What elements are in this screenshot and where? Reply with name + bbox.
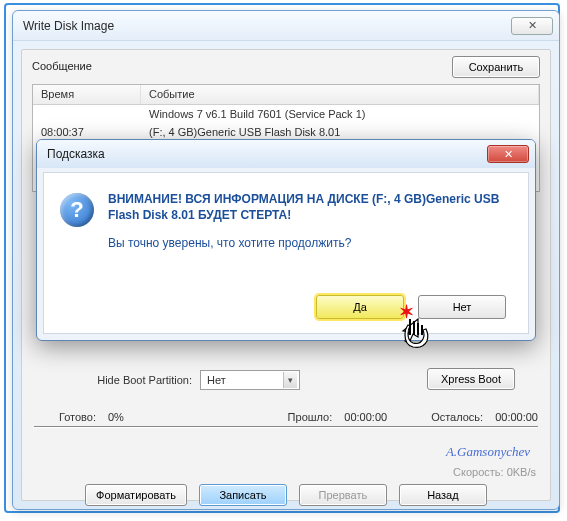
remain-value: 00:00:00 — [495, 411, 538, 423]
ready-pct: 0% — [108, 411, 124, 423]
bottom-buttons: Форматировать Записать Прервать Назад — [22, 484, 550, 506]
message-label: Сообщение — [32, 60, 92, 72]
dialog-close-button[interactable]: ✕ — [487, 145, 529, 163]
dialog-body: ? ВНИМАНИЕ! ВСЯ ИНФОРМАЦИЯ НА ДИСКЕ (F:,… — [43, 172, 529, 334]
speed-label: Скорость: — [453, 466, 504, 478]
close-icon: ✕ — [504, 148, 513, 161]
hide-boot-row: Hide Boot Partition: Нет ▾ — [52, 370, 300, 390]
close-icon: ✕ — [528, 19, 537, 32]
hide-boot-value: Нет — [207, 374, 226, 386]
confirm-dialog: Подсказка ✕ ? ВНИМАНИЕ! ВСЯ ИНФОРМАЦИЯ Н… — [36, 139, 536, 341]
ready-label: Готово: — [34, 411, 96, 423]
dialog-question: Вы точно уверены, что хотите продолжить? — [108, 235, 512, 251]
log-row: Windows 7 v6.1 Build 7601 (Service Pack … — [33, 105, 539, 123]
log-cell-event: Windows 7 v6.1 Build 7601 (Service Pack … — [141, 105, 539, 123]
dialog-title: Подсказка — [47, 147, 487, 161]
log-cell-time — [33, 105, 141, 123]
no-button[interactable]: Нет — [418, 295, 506, 319]
close-button[interactable]: ✕ — [511, 17, 553, 35]
watermark: A.Gamsonychev — [446, 444, 530, 460]
save-button[interactable]: Сохранить — [452, 56, 540, 78]
speed-row: Скорость: 0KB/s — [453, 466, 536, 478]
chevron-down-icon: ▾ — [283, 372, 297, 388]
elapsed-value: 00:00:00 — [344, 411, 387, 423]
elapsed-label: Прошло: — [288, 411, 333, 423]
log-col-event[interactable]: Событие — [141, 85, 539, 104]
progress-underline — [34, 426, 538, 428]
xpress-boot-button[interactable]: Xpress Boot — [427, 368, 515, 390]
back-button[interactable]: Назад — [399, 484, 487, 506]
titlebar[interactable]: Write Disk Image ✕ — [13, 11, 559, 41]
window-title: Write Disk Image — [23, 19, 511, 33]
click-spark-icon: ✶ — [399, 301, 414, 323]
abort-button[interactable]: Прервать — [299, 484, 387, 506]
dialog-titlebar[interactable]: Подсказка ✕ — [37, 140, 535, 168]
yes-button[interactable]: Да — [316, 295, 404, 319]
hide-boot-combo[interactable]: Нет ▾ — [200, 370, 300, 390]
log-col-time[interactable]: Время — [33, 85, 141, 104]
dialog-warning: ВНИМАНИЕ! ВСЯ ИНФОРМАЦИЯ НА ДИСКЕ (F:, 4… — [108, 192, 499, 222]
write-button[interactable]: Записать — [199, 484, 287, 506]
dialog-text: ВНИМАНИЕ! ВСЯ ИНФОРМАЦИЯ НА ДИСКЕ (F:, 4… — [108, 191, 512, 252]
speed-value: 0KB/s — [507, 466, 536, 478]
progress-row: Готово: 0% Прошло: 00:00:00 Осталось: 00… — [34, 406, 538, 428]
remain-label: Осталось: — [431, 411, 483, 423]
hide-boot-label: Hide Boot Partition: — [52, 374, 192, 386]
format-button[interactable]: Форматировать — [85, 484, 187, 506]
question-icon: ? — [60, 193, 94, 227]
